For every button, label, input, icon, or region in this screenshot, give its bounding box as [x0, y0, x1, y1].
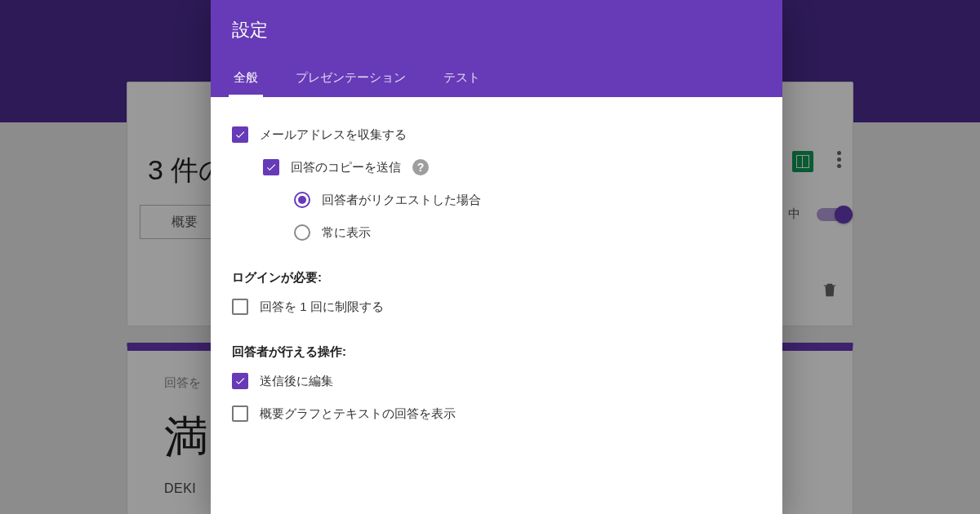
- row-radio-always: 常に表示: [232, 216, 761, 249]
- checkbox-collect-email[interactable]: [232, 126, 248, 143]
- label-radio-on-request: 回答者がリクエストした場合: [322, 193, 481, 208]
- tab-general-label: 全般: [234, 70, 258, 84]
- label-radio-always: 常に表示: [322, 225, 371, 241]
- modal-body: メールアドレスを収集する 回答のコピーを送信 ? 回答者がリクエストした場合 常…: [211, 97, 782, 514]
- modal-header: 設定 全般 プレゼンテーション テスト: [211, 0, 782, 97]
- tab-presentation-label: プレゼンテーション: [296, 70, 406, 84]
- row-limit-one: 回答を 1 回に制限する: [232, 290, 761, 323]
- checkbox-send-copy[interactable]: [263, 159, 279, 175]
- label-limit-one: 回答を 1 回に制限する: [260, 299, 384, 315]
- row-radio-on-request: 回答者がリクエストした場合: [232, 184, 761, 216]
- radio-on-request[interactable]: [294, 192, 310, 208]
- modal-scroll[interactable]: メールアドレスを収集する 回答のコピーを送信 ? 回答者がリクエストした場合 常…: [211, 97, 782, 514]
- help-icon[interactable]: ?: [412, 159, 429, 175]
- label-send-copy: 回答のコピーを送信: [291, 160, 401, 175]
- check-icon: [234, 129, 246, 140]
- row-send-copy: 回答のコピーを送信 ?: [232, 151, 761, 184]
- tab-general[interactable]: 全般: [232, 62, 260, 97]
- modal-tabs: 全般 プレゼンテーション テスト: [232, 62, 761, 97]
- heading-login-required: ログインが必要:: [232, 270, 761, 286]
- heading-respondent-can: 回答者が行える操作:: [232, 344, 761, 360]
- row-collect-email: メールアドレスを収集する: [232, 118, 761, 151]
- label-collect-email: メールアドレスを収集する: [260, 127, 407, 143]
- settings-modal: 設定 全般 プレゼンテーション テスト メールアドレスを収集する: [211, 0, 782, 514]
- tab-presentation[interactable]: プレゼンテーション: [294, 62, 408, 97]
- label-see-summary: 概要グラフとテキストの回答を表示: [260, 406, 456, 422]
- row-see-summary: 概要グラフとテキストの回答を表示: [232, 397, 761, 430]
- label-edit-after-submit: 送信後に編集: [260, 374, 333, 389]
- radio-always[interactable]: [294, 224, 310, 241]
- check-icon: [234, 375, 246, 387]
- row-edit-after-submit: 送信後に編集: [232, 365, 761, 397]
- checkbox-limit-one[interactable]: [232, 299, 248, 315]
- tab-quiz[interactable]: テスト: [442, 62, 482, 97]
- checkbox-see-summary[interactable]: [232, 405, 248, 422]
- checkbox-edit-after-submit[interactable]: [232, 373, 248, 389]
- modal-title: 設定: [232, 18, 761, 42]
- check-icon: [265, 162, 277, 173]
- tab-quiz-label: テスト: [443, 70, 480, 84]
